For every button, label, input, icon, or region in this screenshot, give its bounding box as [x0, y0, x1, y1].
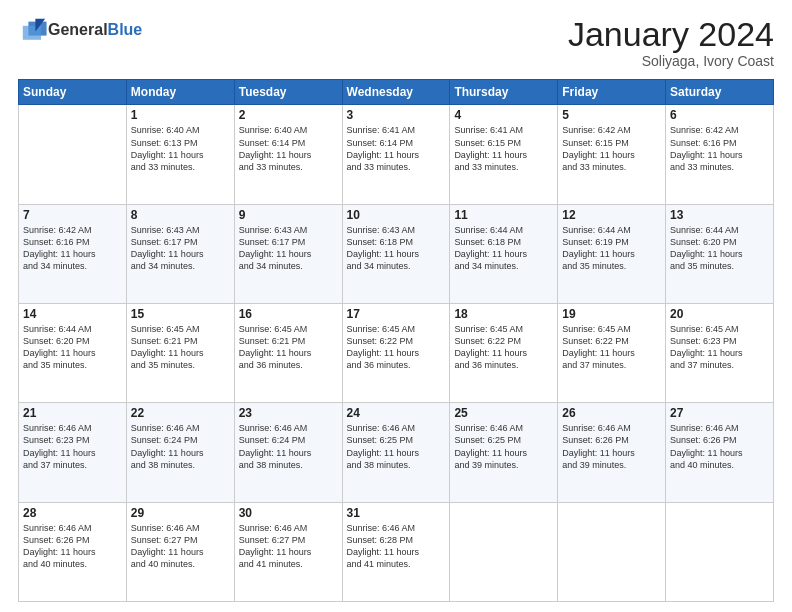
day-number: 31: [347, 506, 446, 520]
day-info: Sunrise: 6:46 AM Sunset: 6:26 PM Dayligh…: [562, 422, 661, 471]
day-number: 18: [454, 307, 553, 321]
col-monday: Monday: [126, 80, 234, 105]
header-row: Sunday Monday Tuesday Wednesday Thursday…: [19, 80, 774, 105]
day-info: Sunrise: 6:45 AM Sunset: 6:22 PM Dayligh…: [347, 323, 446, 372]
col-saturday: Saturday: [666, 80, 774, 105]
day-info: Sunrise: 6:46 AM Sunset: 6:28 PM Dayligh…: [347, 522, 446, 571]
day-number: 15: [131, 307, 230, 321]
table-row: 20Sunrise: 6:45 AM Sunset: 6:23 PM Dayli…: [666, 304, 774, 403]
day-info: Sunrise: 6:46 AM Sunset: 6:23 PM Dayligh…: [23, 422, 122, 471]
week-row-1: 1Sunrise: 6:40 AM Sunset: 6:13 PM Daylig…: [19, 105, 774, 204]
col-friday: Friday: [558, 80, 666, 105]
table-row: 10Sunrise: 6:43 AM Sunset: 6:18 PM Dayli…: [342, 204, 450, 303]
table-row: 26Sunrise: 6:46 AM Sunset: 6:26 PM Dayli…: [558, 403, 666, 502]
table-row: 5Sunrise: 6:42 AM Sunset: 6:15 PM Daylig…: [558, 105, 666, 204]
table-row: 6Sunrise: 6:42 AM Sunset: 6:16 PM Daylig…: [666, 105, 774, 204]
subtitle: Soliyaga, Ivory Coast: [568, 53, 774, 69]
day-info: Sunrise: 6:46 AM Sunset: 6:26 PM Dayligh…: [23, 522, 122, 571]
table-row: 24Sunrise: 6:46 AM Sunset: 6:25 PM Dayli…: [342, 403, 450, 502]
table-row: 27Sunrise: 6:46 AM Sunset: 6:26 PM Dayli…: [666, 403, 774, 502]
table-row: 2Sunrise: 6:40 AM Sunset: 6:14 PM Daylig…: [234, 105, 342, 204]
table-row: 23Sunrise: 6:46 AM Sunset: 6:24 PM Dayli…: [234, 403, 342, 502]
day-number: 20: [670, 307, 769, 321]
day-info: Sunrise: 6:43 AM Sunset: 6:17 PM Dayligh…: [239, 224, 338, 273]
logo-icon: [20, 16, 48, 44]
table-row: 15Sunrise: 6:45 AM Sunset: 6:21 PM Dayli…: [126, 304, 234, 403]
day-info: Sunrise: 6:44 AM Sunset: 6:20 PM Dayligh…: [23, 323, 122, 372]
table-row: 31Sunrise: 6:46 AM Sunset: 6:28 PM Dayli…: [342, 502, 450, 601]
day-number: 2: [239, 108, 338, 122]
title-block: January 2024 Soliyaga, Ivory Coast: [568, 16, 774, 69]
day-info: Sunrise: 6:42 AM Sunset: 6:16 PM Dayligh…: [23, 224, 122, 273]
table-row: 13Sunrise: 6:44 AM Sunset: 6:20 PM Dayli…: [666, 204, 774, 303]
table-row: 4Sunrise: 6:41 AM Sunset: 6:15 PM Daylig…: [450, 105, 558, 204]
day-number: 30: [239, 506, 338, 520]
table-row: 22Sunrise: 6:46 AM Sunset: 6:24 PM Dayli…: [126, 403, 234, 502]
day-info: Sunrise: 6:44 AM Sunset: 6:18 PM Dayligh…: [454, 224, 553, 273]
week-row-3: 14Sunrise: 6:44 AM Sunset: 6:20 PM Dayli…: [19, 304, 774, 403]
day-number: 29: [131, 506, 230, 520]
col-sunday: Sunday: [19, 80, 127, 105]
week-row-2: 7Sunrise: 6:42 AM Sunset: 6:16 PM Daylig…: [19, 204, 774, 303]
table-row: [450, 502, 558, 601]
day-info: Sunrise: 6:46 AM Sunset: 6:27 PM Dayligh…: [239, 522, 338, 571]
day-number: 3: [347, 108, 446, 122]
day-info: Sunrise: 6:40 AM Sunset: 6:14 PM Dayligh…: [239, 124, 338, 173]
col-tuesday: Tuesday: [234, 80, 342, 105]
day-number: 12: [562, 208, 661, 222]
table-row: [558, 502, 666, 601]
day-number: 19: [562, 307, 661, 321]
logo-text: GeneralBlue: [48, 21, 142, 39]
logo: GeneralBlue: [18, 16, 142, 44]
table-row: [666, 502, 774, 601]
day-info: Sunrise: 6:43 AM Sunset: 6:18 PM Dayligh…: [347, 224, 446, 273]
day-info: Sunrise: 6:45 AM Sunset: 6:22 PM Dayligh…: [454, 323, 553, 372]
day-number: 1: [131, 108, 230, 122]
day-info: Sunrise: 6:42 AM Sunset: 6:15 PM Dayligh…: [562, 124, 661, 173]
table-row: 19Sunrise: 6:45 AM Sunset: 6:22 PM Dayli…: [558, 304, 666, 403]
header: GeneralBlue January 2024 Soliyaga, Ivory…: [18, 16, 774, 69]
day-info: Sunrise: 6:46 AM Sunset: 6:24 PM Dayligh…: [239, 422, 338, 471]
table-row: 21Sunrise: 6:46 AM Sunset: 6:23 PM Dayli…: [19, 403, 127, 502]
logo-general: GeneralBlue: [48, 21, 142, 39]
day-number: 21: [23, 406, 122, 420]
day-number: 11: [454, 208, 553, 222]
table-row: 1Sunrise: 6:40 AM Sunset: 6:13 PM Daylig…: [126, 105, 234, 204]
day-number: 28: [23, 506, 122, 520]
table-row: 11Sunrise: 6:44 AM Sunset: 6:18 PM Dayli…: [450, 204, 558, 303]
day-number: 14: [23, 307, 122, 321]
day-number: 25: [454, 406, 553, 420]
table-row: 3Sunrise: 6:41 AM Sunset: 6:14 PM Daylig…: [342, 105, 450, 204]
table-row: 30Sunrise: 6:46 AM Sunset: 6:27 PM Dayli…: [234, 502, 342, 601]
day-number: 10: [347, 208, 446, 222]
week-row-4: 21Sunrise: 6:46 AM Sunset: 6:23 PM Dayli…: [19, 403, 774, 502]
day-info: Sunrise: 6:44 AM Sunset: 6:20 PM Dayligh…: [670, 224, 769, 273]
day-info: Sunrise: 6:46 AM Sunset: 6:26 PM Dayligh…: [670, 422, 769, 471]
day-info: Sunrise: 6:46 AM Sunset: 6:25 PM Dayligh…: [347, 422, 446, 471]
day-number: 4: [454, 108, 553, 122]
day-number: 8: [131, 208, 230, 222]
day-info: Sunrise: 6:41 AM Sunset: 6:14 PM Dayligh…: [347, 124, 446, 173]
table-row: 18Sunrise: 6:45 AM Sunset: 6:22 PM Dayli…: [450, 304, 558, 403]
week-row-5: 28Sunrise: 6:46 AM Sunset: 6:26 PM Dayli…: [19, 502, 774, 601]
day-info: Sunrise: 6:41 AM Sunset: 6:15 PM Dayligh…: [454, 124, 553, 173]
day-number: 7: [23, 208, 122, 222]
day-info: Sunrise: 6:43 AM Sunset: 6:17 PM Dayligh…: [131, 224, 230, 273]
table-row: 12Sunrise: 6:44 AM Sunset: 6:19 PM Dayli…: [558, 204, 666, 303]
table-row: [19, 105, 127, 204]
day-number: 17: [347, 307, 446, 321]
table-row: 14Sunrise: 6:44 AM Sunset: 6:20 PM Dayli…: [19, 304, 127, 403]
day-number: 23: [239, 406, 338, 420]
calendar-table: Sunday Monday Tuesday Wednesday Thursday…: [18, 79, 774, 602]
table-row: 8Sunrise: 6:43 AM Sunset: 6:17 PM Daylig…: [126, 204, 234, 303]
day-number: 9: [239, 208, 338, 222]
day-info: Sunrise: 6:45 AM Sunset: 6:23 PM Dayligh…: [670, 323, 769, 372]
col-thursday: Thursday: [450, 80, 558, 105]
day-info: Sunrise: 6:46 AM Sunset: 6:25 PM Dayligh…: [454, 422, 553, 471]
day-number: 27: [670, 406, 769, 420]
page: GeneralBlue January 2024 Soliyaga, Ivory…: [0, 0, 792, 612]
day-info: Sunrise: 6:40 AM Sunset: 6:13 PM Dayligh…: [131, 124, 230, 173]
day-number: 16: [239, 307, 338, 321]
month-title: January 2024: [568, 16, 774, 53]
table-row: 7Sunrise: 6:42 AM Sunset: 6:16 PM Daylig…: [19, 204, 127, 303]
